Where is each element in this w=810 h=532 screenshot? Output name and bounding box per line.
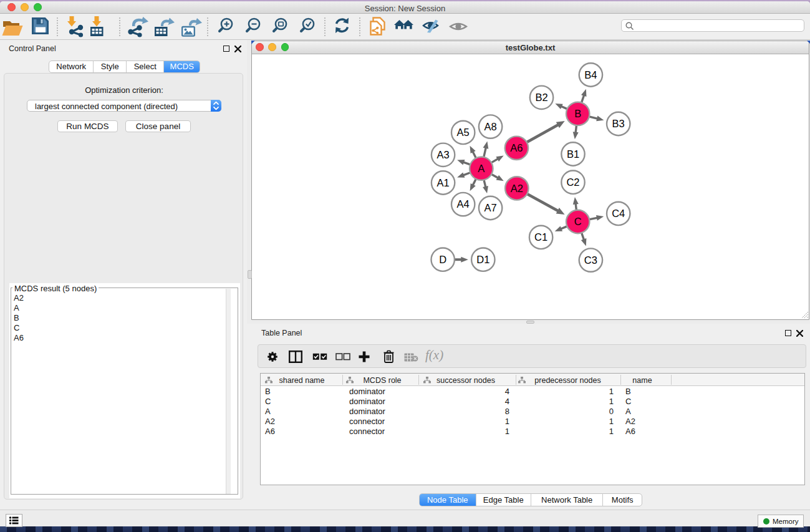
- svg-text:A: A: [478, 163, 485, 174]
- svg-text:B2: B2: [535, 92, 547, 103]
- svg-text:A4: A4: [457, 198, 470, 210]
- svg-text:B1: B1: [567, 148, 579, 160]
- svg-text:A7: A7: [485, 202, 497, 213]
- svg-text:B3: B3: [612, 118, 625, 129]
- svg-text:A3: A3: [437, 149, 450, 160]
- svg-text:C: C: [574, 216, 582, 227]
- svg-text:C3: C3: [584, 254, 597, 266]
- svg-text:C2: C2: [566, 177, 579, 188]
- svg-text:C1: C1: [534, 231, 547, 243]
- svg-text:A6: A6: [510, 142, 523, 153]
- svg-text:A1: A1: [437, 177, 450, 188]
- svg-text:A2: A2: [511, 183, 523, 194]
- svg-text:B4: B4: [584, 69, 597, 80]
- svg-text:B: B: [574, 108, 581, 119]
- svg-text:C4: C4: [612, 208, 625, 219]
- svg-text:A5: A5: [457, 127, 470, 138]
- svg-text:D: D: [439, 254, 446, 265]
- svg-text:D1: D1: [476, 254, 489, 265]
- svg-text:A8: A8: [485, 121, 497, 132]
